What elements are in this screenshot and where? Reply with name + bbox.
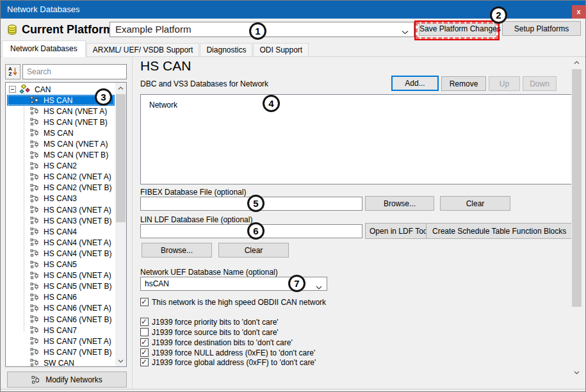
tree-item[interactable]: HS CAN7 <box>7 325 115 336</box>
network-node-icon <box>30 118 40 126</box>
tree-item-label: HS CAN6 (VNET A) <box>42 304 113 313</box>
tab-network-databases[interactable]: Network Databases <box>2 40 86 57</box>
network-node-icon <box>30 282 40 291</box>
setup-platforms-button[interactable]: Setup Platforms <box>502 21 581 36</box>
network-node-icon <box>30 96 40 104</box>
tree-item[interactable]: HS CAN4 (VNET A) <box>7 237 115 248</box>
tree-scrollbar[interactable] <box>115 83 126 366</box>
tree-item[interactable]: HS CAN5 (VNET B) <box>7 281 115 292</box>
tree-scrollbar-thumb[interactable] <box>116 94 126 222</box>
tree-item[interactable]: MS CAN (VNET A) <box>7 138 115 149</box>
tree-item[interactable]: HS CAN5 (VNET A) <box>7 270 115 281</box>
tree-item[interactable]: HS CAN4 <box>7 226 115 237</box>
tree-item[interactable]: HS CAN7 (VNET B) <box>7 347 115 357</box>
j1939-checkbox[interactable] <box>140 348 149 357</box>
obdii-checkbox-row[interactable]: This network is the high speed OBDII CAN… <box>140 297 326 307</box>
lin-ldf-file-input[interactable] <box>140 224 362 238</box>
tree-item[interactable]: HS CAN3 (VNET A) <box>7 204 115 215</box>
tree-item-label: HS CAN3 (VNET A) <box>42 206 113 215</box>
database-list-item[interactable]: Network <box>149 101 177 110</box>
tree-item-label: HS CAN5 (VNET A) <box>42 271 113 280</box>
create-schedule-table-button[interactable]: Create Schedule Table Function Blocks <box>426 223 573 239</box>
fibex-browse-button[interactable]: Browse... <box>365 196 434 211</box>
network-icon <box>31 375 42 384</box>
tree-item[interactable]: MS CAN <box>7 127 115 138</box>
main-scrollbar[interactable] <box>571 57 582 378</box>
tree-item[interactable]: SW CAN <box>7 357 115 367</box>
j1939-checkbox-row[interactable]: J1939 force global address (0xFF) to 'do… <box>140 357 316 367</box>
lin-browse-button[interactable]: Browse... <box>142 243 212 257</box>
j1939-checkbox-row[interactable]: J1939 force source bits to 'don't care' <box>140 327 279 337</box>
tree-item[interactable]: HS CAN6 (VNET B) <box>7 314 115 325</box>
collapse-icon[interactable] <box>9 86 16 93</box>
tree-item[interactable]: HS CAN2 <box>7 161 115 172</box>
sort-az-icon: AZ <box>8 67 12 77</box>
tree-item[interactable]: HS CAN6 <box>7 292 115 303</box>
tree-item[interactable]: HS CAN3 <box>7 193 115 204</box>
tree-item[interactable]: HS CAN (VNET B) <box>7 117 115 127</box>
fibex-clear-button[interactable]: Clear <box>440 196 510 211</box>
save-platform-changes-button[interactable]: Save Platform Changes <box>419 21 496 36</box>
scroll-up-icon[interactable] <box>571 57 582 68</box>
tree-item-label: HS CAN6 <box>42 293 79 302</box>
j1939-checkbox-label: J1939 force source bits to 'don't care' <box>152 328 279 337</box>
tab-arxml-uef-vsdb-support[interactable]: ARXML/ UEF/ VSDB Support <box>86 43 200 56</box>
main-scrollbar-thumb[interactable] <box>572 69 582 307</box>
tree-item[interactable]: HS CAN6 (VNET A) <box>7 303 115 314</box>
network-node-icon <box>30 272 40 280</box>
tree-item-label: MS CAN <box>42 129 76 138</box>
tree-item[interactable]: HS CAN7 (VNET A) <box>7 336 115 347</box>
tree-item-label: HS CAN7 <box>42 326 79 335</box>
network-node-icon <box>30 129 40 137</box>
scroll-down-icon[interactable] <box>571 367 582 378</box>
j1939-checkbox-row[interactable]: J1939 force destination bits to 'don't c… <box>140 338 293 347</box>
uef-name-select[interactable]: hsCAN <box>140 277 327 291</box>
tree-item-label: HS CAN2 (VNET A) <box>42 172 113 181</box>
j1939-checkbox-row[interactable]: J1939 force priority bits to 'don't care… <box>140 317 279 327</box>
tree-item[interactable]: HS CAN2 (VNET B) <box>7 183 115 193</box>
sort-az-button[interactable]: AZ <box>5 64 20 79</box>
j1939-checkbox[interactable] <box>140 358 149 366</box>
add-button[interactable]: Add... <box>391 76 439 91</box>
network-node-icon <box>30 216 40 225</box>
database-list[interactable]: Network <box>140 94 573 184</box>
platform-select-value: Example Platform <box>115 22 191 37</box>
search-input[interactable] <box>22 64 127 79</box>
j1939-checkbox[interactable] <box>140 328 149 336</box>
network-tree[interactable]: CAN HS CAN HS CAN (VNET A) HS CAN (VNET … <box>5 82 127 367</box>
close-button[interactable]: x <box>572 5 585 19</box>
modify-networks-button[interactable]: Modify Networks <box>7 372 127 388</box>
tree-item-label: HS CAN5 (VNET B) <box>42 282 113 291</box>
up-button[interactable]: Up <box>489 76 520 91</box>
network-node-icon <box>30 173 40 181</box>
down-button[interactable]: Down <box>523 76 557 91</box>
network-node-icon <box>30 162 40 170</box>
tree-item[interactable]: HS CAN (VNET A) <box>7 106 115 117</box>
tree-item-label: HS CAN <box>42 96 74 105</box>
scroll-down-icon[interactable] <box>115 355 126 366</box>
tree-item[interactable]: HS CAN2 (VNET A) <box>7 172 115 183</box>
j1939-checkbox-row[interactable]: J1939 force NULL address (0xFE) to 'don'… <box>140 348 315 357</box>
tree-item-label: HS CAN4 (VNET B) <box>42 249 113 258</box>
tree-item-label: HS CAN7 (VNET B) <box>42 348 113 357</box>
scroll-up-icon[interactable] <box>115 83 126 94</box>
tab-diagnostics[interactable]: Diagnostics <box>200 43 252 56</box>
obdii-checkbox[interactable] <box>140 298 149 306</box>
remove-button[interactable]: Remove <box>441 76 486 91</box>
open-ldf-tool-button[interactable]: Open in LDF Tool <box>365 223 434 239</box>
tree-item[interactable]: HS CAN3 (VNET B) <box>7 215 115 226</box>
network-node-icon <box>30 359 40 367</box>
j1939-checkbox[interactable] <box>140 338 149 347</box>
platform-select[interactable]: Example Platform <box>110 22 414 37</box>
fibex-file-input[interactable] <box>140 197 362 211</box>
tree-item[interactable]: HS CAN5 <box>7 259 115 270</box>
j1939-checkbox[interactable] <box>140 318 149 326</box>
tree-root-can[interactable]: CAN <box>7 84 115 95</box>
modify-networks-label: Modify Networks <box>45 375 102 384</box>
tree-item[interactable]: HS CAN <box>7 95 115 106</box>
tab-odi-support[interactable]: ODI Support <box>253 43 309 56</box>
lin-clear-button[interactable]: Clear <box>218 243 289 257</box>
tree-item[interactable]: MS CAN (VNET B) <box>7 150 115 161</box>
tree-item[interactable]: HS CAN4 (VNET B) <box>7 248 115 259</box>
network-node-icon <box>30 348 40 356</box>
